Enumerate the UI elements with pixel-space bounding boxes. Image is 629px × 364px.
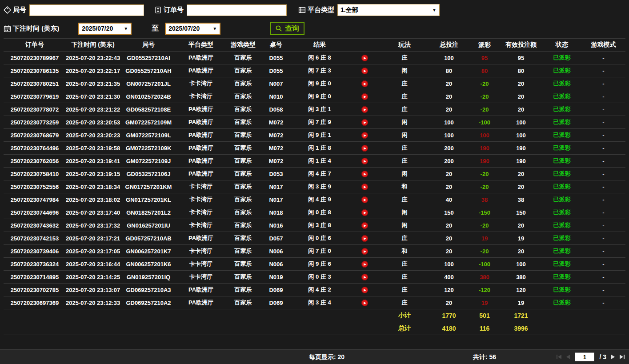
cell-mode: - <box>581 77 625 90</box>
play-triangle <box>364 199 366 201</box>
next-page-button[interactable] <box>611 355 615 359</box>
cell-order: 250720230742153 <box>4 232 66 245</box>
cell-payout: -20 <box>469 219 500 232</box>
table-row: 2507202307421532025-07-20 23:17:21GD0572… <box>4 232 625 245</box>
cell-order: 250720230743632 <box>4 219 66 232</box>
cell-status: 已派彩 <box>542 90 581 103</box>
cell-table-no: M072 <box>261 155 291 168</box>
cell-status: 已派彩 <box>542 219 581 232</box>
cell-status: 已派彩 <box>542 129 581 142</box>
cell-platform: PA欧洲厅 <box>177 168 225 180</box>
cell-round-no: GN007257201JL <box>120 77 177 90</box>
play-triangle <box>364 83 366 85</box>
cell-mode: - <box>581 245 625 258</box>
play-video-icon[interactable] <box>361 80 368 87</box>
play-triangle <box>364 302 366 304</box>
cell-total-bet: 20 <box>429 219 469 232</box>
cell-total-bet: 20 <box>429 77 469 90</box>
cell-result: 闲 9 庄 0 <box>291 90 349 103</box>
first-page-button[interactable] <box>557 355 561 359</box>
cell-play-type: 闲 <box>381 206 429 219</box>
play-video-icon[interactable] <box>361 248 368 255</box>
play-video-icon[interactable] <box>361 93 368 100</box>
cell-table-no: D055 <box>261 64 291 77</box>
game-no-input[interactable] <box>29 4 144 16</box>
order-no-label: 订单号 <box>164 6 184 14</box>
table-foot: 小计17705011721总计41801163996 <box>4 309 625 335</box>
play-video-icon[interactable] <box>361 222 368 229</box>
play-video-icon[interactable] <box>361 145 368 152</box>
chevron-down-icon: ▼ <box>212 26 217 31</box>
play-video-icon[interactable] <box>361 209 368 216</box>
game-no-group: 局号 <box>4 4 144 16</box>
date-to-value: 2025/07/20 <box>168 25 200 32</box>
cell-round-no: GN017257201KL <box>120 193 177 206</box>
cell-status: 已派彩 <box>542 232 581 245</box>
play-video-icon[interactable] <box>361 55 368 61</box>
play-triangle <box>364 57 366 60</box>
cell-round-no: GM0722572109L <box>120 129 177 142</box>
date-from-select[interactable]: 2025/07/20 ▼ <box>78 23 132 35</box>
play-video-icon[interactable] <box>361 158 368 164</box>
filter-row-1: 局号 订单号 平台类型 1.全部 ▼ <box>4 4 625 16</box>
summary-total-bet: 1770 <box>429 309 469 322</box>
cell-payout: 19 <box>469 232 500 245</box>
play-video-icon[interactable] <box>361 287 368 293</box>
cell-round-no: GD0532572106J <box>120 168 177 180</box>
cell-mode: - <box>581 296 625 309</box>
cell-round-no: GD055257210AI <box>120 52 177 64</box>
play-video-icon[interactable] <box>361 171 368 177</box>
cell-status: 已派彩 <box>542 245 581 258</box>
cell-platform: PA欧洲厅 <box>177 52 225 64</box>
cell-table-no: M072 <box>261 129 291 142</box>
cell-payout: 38 <box>469 193 500 206</box>
cell-bet-time: 2025-07-20 23:19:15 <box>66 168 120 180</box>
page-total-label: / 3 <box>599 353 606 360</box>
cell-table-no: D057 <box>261 232 291 245</box>
page-number-input[interactable] <box>575 352 594 361</box>
table-body: 2507202307899672025-07-20 23:22:43GD0552… <box>4 52 625 309</box>
cell-order: 250720230789967 <box>4 52 66 64</box>
platform-select[interactable]: 1.全部 ▼ <box>337 4 440 16</box>
table-row: 2507202307899672025-07-20 23:22:43GD0552… <box>4 52 625 64</box>
column-header-payout: 派彩 <box>469 39 500 52</box>
play-video-icon[interactable] <box>361 119 368 126</box>
play-video-icon[interactable] <box>361 184 368 190</box>
play-video-icon[interactable] <box>361 235 368 242</box>
cell-platform: 卡卡湾厅 <box>177 245 225 258</box>
search-button[interactable]: 查询 <box>270 22 304 35</box>
cell-table-no: N019 <box>261 271 291 284</box>
play-cell <box>349 168 381 180</box>
prev-page-button[interactable] <box>566 355 570 359</box>
play-cell <box>349 52 381 64</box>
summary-valid-bet: 3996 <box>500 322 542 335</box>
summary-pad <box>4 322 381 335</box>
play-video-icon[interactable] <box>361 132 368 139</box>
play-cell <box>349 219 381 232</box>
date-to-select[interactable]: 2025/07/20 ▼ <box>165 23 220 35</box>
play-cell <box>349 103 381 116</box>
cell-valid-bet: 20 <box>500 103 542 116</box>
summary-valid-bet: 1721 <box>500 309 542 322</box>
cell-game-type: 百家乐 <box>225 64 261 77</box>
play-video-icon[interactable] <box>361 274 368 280</box>
play-video-icon[interactable] <box>361 261 368 268</box>
cell-total-bet: 200 <box>429 142 469 155</box>
table-row: 2507202307644962025-07-20 23:19:58GM0722… <box>4 142 625 155</box>
cell-play-type: 庄 <box>381 193 429 206</box>
play-video-icon[interactable] <box>361 300 368 306</box>
cell-result: 闲 4 庄 2 <box>291 284 349 296</box>
cell-result: 闲 7 庄 9 <box>291 116 349 129</box>
last-page-button[interactable] <box>620 355 625 359</box>
play-video-icon[interactable] <box>361 68 368 74</box>
cell-order: 250720230768679 <box>4 129 66 142</box>
play-video-icon[interactable] <box>361 106 368 113</box>
cell-bet-time: 2025-07-20 23:21:22 <box>66 103 120 116</box>
cell-round-no: GN018257201L2 <box>120 206 177 219</box>
order-no-input[interactable] <box>187 4 287 16</box>
play-video-icon[interactable] <box>361 196 368 203</box>
cell-mode: - <box>581 52 625 64</box>
play-triangle <box>364 224 366 227</box>
table-head: 订单号下注时间 (美东)局号平台类型游戏类型桌号结果玩法总投注派彩有效投注额状态… <box>4 39 625 52</box>
spacer <box>0 335 629 349</box>
